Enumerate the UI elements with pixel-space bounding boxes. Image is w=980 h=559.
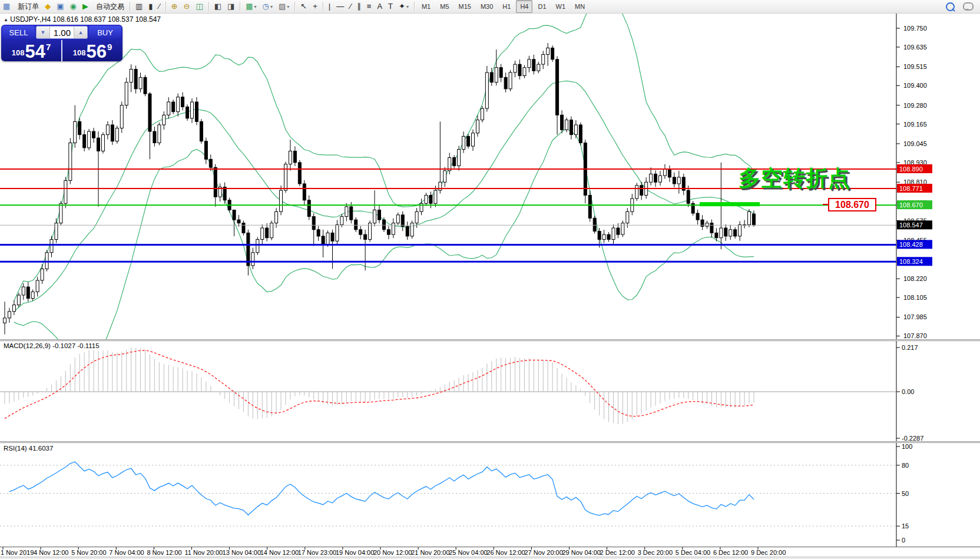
price-tick-label: 109.400 <box>903 82 927 89</box>
rsi-axis-label: 100 <box>902 443 912 450</box>
price-tick-label: 108.220 <box>903 275 927 282</box>
time-tick-label: 17 Nov 23:00 <box>298 549 336 556</box>
buy-price-prefix: 108 <box>73 48 86 57</box>
sell-price-pip: 7 <box>46 42 51 52</box>
macd-axis-label: -0.2287 <box>902 435 923 442</box>
price-level-label: 108.771 <box>899 185 923 192</box>
time-tick-label: 8 Nov 12:00 <box>147 549 181 556</box>
time-tick-label: 29 Nov 04:00 <box>562 549 601 556</box>
rsi-axis-label: 50 <box>902 490 909 497</box>
price-tick-label: 107.985 <box>903 313 927 320</box>
sell-price[interactable]: 108 54 7 <box>1 40 61 61</box>
price-tick-label: 107.870 <box>903 332 927 339</box>
symbol-period-label: USDJPY-,H4 <box>10 15 51 24</box>
price-level-label: 108.428 <box>899 241 923 248</box>
collapse-marker-icon[interactable]: ▲ <box>4 17 8 22</box>
sell-price-main: 54 <box>25 44 45 59</box>
ohlc-values: 108.616 108.637 108.537 108.547 <box>53 15 161 24</box>
volume-increase-button[interactable]: ▲ <box>74 27 87 38</box>
price-level-label: 108.890 <box>899 166 923 173</box>
price-tick-label: 109.045 <box>903 140 927 147</box>
time-tick-label: 20 Nov 12:00 <box>373 549 412 556</box>
price-level-label: 108.324 <box>899 258 923 265</box>
time-axis: 1 Nov 20194 Nov 12:005 Nov 20:007 Nov 04… <box>1 547 786 556</box>
time-tick-label: 21 Nov 20:00 <box>411 549 449 556</box>
volume-decrease-button[interactable]: ▼ <box>37 27 50 38</box>
price-tag-leader-line <box>823 204 828 205</box>
time-tick-label: 14 Nov 12:00 <box>260 549 299 556</box>
time-tick-label: 19 Nov 04:00 <box>336 549 374 556</box>
time-tick-label: 3 Dec 20:00 <box>638 549 673 556</box>
time-tick-label: 5 Nov 20:00 <box>71 549 106 556</box>
sell-price-prefix: 108 <box>12 48 25 57</box>
rsi-indicator-label: RSI(14) 41.6037 <box>4 445 53 452</box>
buy-price[interactable]: 108 56 9 <box>61 40 122 61</box>
price-level-label: 108.547 <box>899 221 923 229</box>
time-tick-label: 11 Nov 20:00 <box>185 549 223 556</box>
rsi-axis-label: 80 <box>902 462 909 469</box>
time-tick-label: 25 Nov 04:00 <box>449 549 487 556</box>
sell-button[interactable]: SELL <box>2 26 35 39</box>
volume-input[interactable] <box>50 27 74 38</box>
rsi-axis-label: 15 <box>902 522 909 530</box>
price-tick-label: 109.280 <box>903 102 927 109</box>
chart-canvas: 109.750109.635109.515109.400109.280109.1… <box>0 0 980 559</box>
time-tick-label: 26 Nov 12:00 <box>486 549 525 556</box>
price-tick-label: 109.515 <box>903 63 927 70</box>
mt4-window: ▦新订单◆▣◉▶自动交易▥▮∕⊕⊖◫◧◨▦▾◷▾▨▾↖+|—∕∥≡AT✦▾M1M… <box>0 0 980 559</box>
price-tick-label: 109.750 <box>903 25 927 32</box>
chart-text-annotation: 多空转折点 <box>739 164 850 193</box>
price-tick-label: 108.105 <box>903 294 927 301</box>
thick-support-segment[interactable] <box>700 202 760 206</box>
time-tick-label: 2 Dec 12:00 <box>600 549 635 556</box>
buy-button[interactable]: BUY <box>89 26 121 39</box>
price-tick-label: 109.635 <box>903 44 927 51</box>
time-tick-label: 7 Nov 04:00 <box>109 549 144 556</box>
macd-axis-label: 0.217 <box>902 344 918 351</box>
time-tick-label: 27 Nov 20:00 <box>524 549 562 556</box>
macd-axis-label: 0.00 <box>902 388 914 395</box>
chart-area: 109.750109.635109.515109.400109.280109.1… <box>0 0 980 559</box>
time-tick-label: 9 Dec 20:00 <box>751 549 786 556</box>
buy-price-pip: 9 <box>107 42 112 52</box>
time-tick-label: 1 Nov 2019 <box>1 549 34 556</box>
one-click-trading-panel: SELL ▼ ▲ BUY 108 54 7 108 56 9 <box>1 25 122 61</box>
price-tag-108-670[interactable]: 108.670 <box>828 198 876 211</box>
rsi-axis-label: 0 <box>902 537 905 544</box>
time-tick-label: 4 Nov 12:00 <box>34 549 68 556</box>
chart-title: ▲ USDJPY-,H4 108.616 108.637 108.537 108… <box>4 15 161 24</box>
time-tick-label: 5 Dec 04:00 <box>676 549 710 556</box>
buy-price-main: 56 <box>86 44 106 59</box>
volume-box: ▼ ▲ <box>36 26 88 39</box>
macd-indicator-label: MACD(12,26,9) -0.1027 -0.1115 <box>4 342 100 349</box>
price-tick-label: 109.165 <box>903 121 927 128</box>
price-level-label: 108.670 <box>899 201 923 209</box>
time-tick-label: 6 Dec 12:00 <box>713 549 748 556</box>
time-tick-label: 13 Nov 04:00 <box>223 549 261 556</box>
